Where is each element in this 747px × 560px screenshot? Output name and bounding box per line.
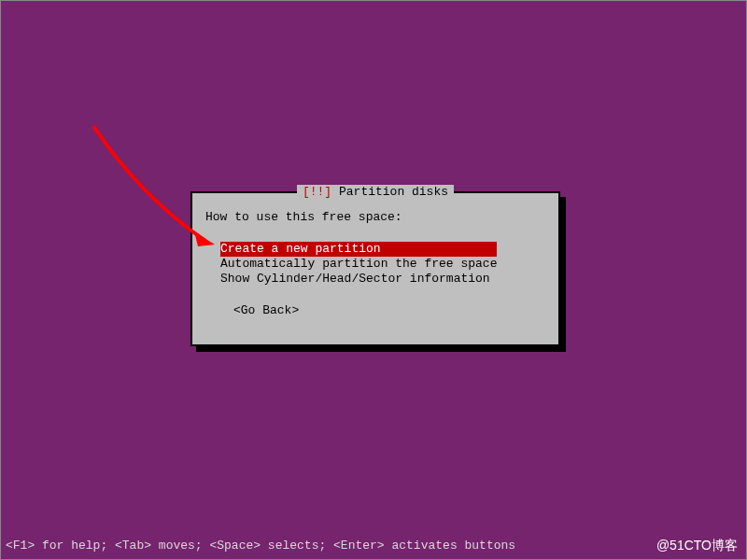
dialog-title-row: [!!] Partition disks — [192, 185, 558, 199]
dialog-title: [!!] Partition disks — [297, 185, 454, 199]
dialog-prompt: How to use this free space: — [205, 210, 402, 224]
dialog-title-marker: [!!] — [303, 185, 331, 199]
menu-item-create-partition[interactable]: Create a new partition — [220, 242, 497, 257]
dialog-title-text: Partition disks — [339, 185, 448, 199]
go-back-button[interactable]: <Go Back> — [233, 303, 299, 317]
watermark-text: @51CTO博客 — [656, 538, 738, 554]
menu-list: Create a new partition Automatically par… — [220, 242, 497, 287]
footer-help-text: <F1> for help; <Tab> moves; <Space> sele… — [6, 539, 515, 553]
partition-disks-dialog: [!!] Partition disks How to use this fre… — [190, 191, 560, 346]
menu-item-show-chs[interactable]: Show Cylinder/Head/Sector information — [220, 272, 497, 287]
menu-item-auto-partition[interactable]: Automatically partition the free space — [220, 257, 497, 272]
